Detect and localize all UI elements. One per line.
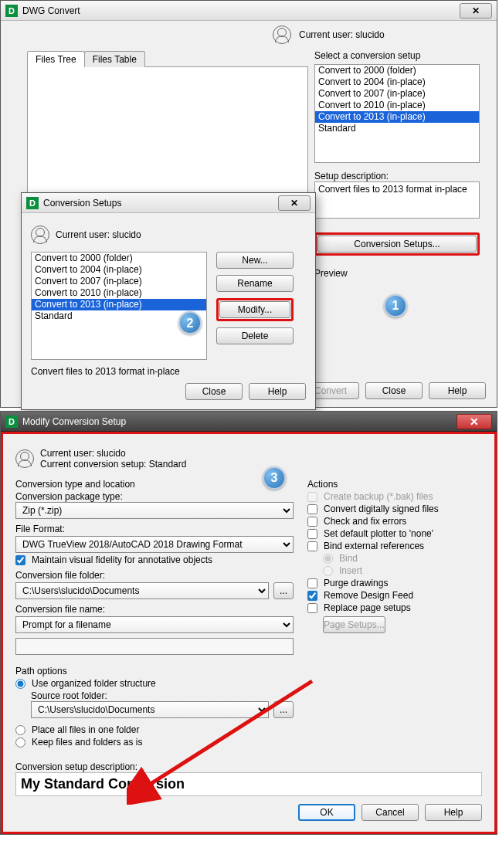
rename-button[interactable]: Rename — [216, 275, 294, 292]
browse-src-button[interactable]: ... — [273, 701, 294, 718]
conv-name-select[interactable]: Prompt for a filename — [15, 616, 294, 633]
tab-files-table[interactable]: Files Table — [84, 51, 145, 67]
purge-checkbox[interactable]: Purge drawings — [307, 578, 482, 588]
replace-ps-checkbox[interactable]: Replace page setups — [307, 602, 482, 613]
dwg-convert-titlebar: D DWG Convert ✕ — [1, 1, 497, 21]
place-one-radio[interactable]: Place all files in one folder — [15, 724, 294, 735]
create-backup-checkbox: Create backup (*.bak) files — [307, 491, 482, 502]
cancel-button[interactable]: Cancel — [362, 804, 419, 821]
close-window-button[interactable]: ✕ — [457, 414, 492, 429]
bind-ext-checkbox[interactable]: Bind external references — [307, 541, 482, 551]
app-icon: D — [26, 197, 39, 209]
list-item[interactable]: Convert to 2007 (in-place) — [315, 88, 479, 100]
use-organized-radio[interactable]: Use organized folder structure — [15, 678, 294, 689]
list-item[interactable]: Convert to 2007 (in-place) — [32, 276, 206, 287]
list-item[interactable]: Convert to 2004 (in-place) — [32, 264, 206, 276]
conv-folder-select[interactable]: C:\Users\slucido\Documents — [15, 582, 269, 599]
help-button[interactable]: Help — [425, 804, 482, 821]
actions-heading: Actions — [307, 479, 482, 490]
conversion-setup-listbox[interactable]: Convert to 2000 (folder) Convert to 2004… — [314, 64, 480, 163]
window-title: Conversion Setups — [43, 198, 278, 209]
app-icon: D — [5, 5, 18, 17]
list-item[interactable]: Convert to 2004 (in-place) — [315, 76, 479, 88]
delete-button[interactable]: Delete — [216, 327, 294, 344]
list-item[interactable]: Convert to 2000 (folder) — [315, 65, 479, 76]
ok-button[interactable]: OK — [298, 804, 355, 821]
callout-3: 3 — [263, 466, 286, 490]
callout-1: 1 — [384, 294, 407, 317]
callout-2: 2 — [178, 311, 202, 334]
window-title: DWG Convert — [22, 5, 460, 16]
list-item[interactable]: Standard — [315, 123, 479, 134]
file-format-label: File Format: — [15, 524, 294, 534]
help-button[interactable]: Help — [429, 382, 486, 399]
desc-input[interactable]: My Standard Conversion — [15, 772, 482, 796]
close-window-button[interactable]: ✕ — [460, 3, 492, 19]
type-location-heading: Conversion type and location — [15, 479, 294, 490]
bind-radio: Bind — [323, 553, 482, 564]
page-setups-button: Page Setups... — [323, 616, 385, 633]
preview-label: Preview — [314, 268, 480, 279]
modify-titlebar: D Modify Conversion Setup ✕ — [1, 412, 497, 432]
user-icon — [273, 25, 291, 44]
current-user-label: Current user: slucido — [56, 229, 141, 240]
convert-signed-checkbox[interactable]: Convert digitally signed files — [307, 504, 482, 514]
help-button[interactable]: Help — [249, 383, 306, 400]
conv-name-input[interactable] — [15, 638, 294, 655]
conv-name-label: Conversion file name: — [15, 604, 294, 615]
src-root-label: Source root folder: — [31, 690, 294, 701]
select-setup-label: Select a conversion setup — [314, 50, 480, 61]
setup-desc-label: Setup description: — [314, 171, 480, 181]
pkg-type-label: Conversion package type: — [15, 491, 294, 502]
user-icon — [15, 449, 34, 468]
tab-files-tree[interactable]: Files Tree — [27, 51, 85, 67]
remove-feed-checkbox[interactable]: Remove Design Feed — [307, 590, 482, 601]
setups-listbox[interactable]: Convert to 2000 (folder) Convert to 2004… — [31, 252, 207, 360]
keep-asis-radio[interactable]: Keep files and folders as is — [15, 737, 294, 748]
list-item-selected[interactable]: Convert to 2013 (in-place) — [32, 299, 206, 310]
current-setup-label: Current conversion setup: Standard — [40, 459, 186, 470]
set-plotter-checkbox[interactable]: Set default plotter to 'none' — [307, 528, 482, 539]
list-item[interactable]: Convert to 2010 (in-place) — [315, 100, 479, 111]
current-user-label: Current user: slucido — [299, 29, 385, 40]
list-item-selected[interactable]: Convert to 2013 (in-place) — [315, 111, 479, 123]
setup-desc-text: Convert files to 2013 format in-place — [314, 181, 480, 219]
close-window-button[interactable]: ✕ — [278, 195, 311, 211]
current-user-label: Current user: slucido — [40, 448, 186, 459]
new-button[interactable]: New... — [216, 252, 294, 269]
window-title: Modify Conversion Setup — [22, 416, 457, 427]
modify-button[interactable]: Modify... — [219, 301, 290, 318]
file-format-select[interactable]: DWG TrueView 2018/AutoCAD 2018 Drawing F… — [15, 536, 294, 553]
pkg-type-select[interactable]: Zip (*.zip) — [15, 502, 294, 519]
maintain-fidelity-checkbox[interactable]: Maintain visual fidelity for annotative … — [15, 554, 294, 565]
desc-label: Conversion setup description: — [15, 761, 482, 772]
conv-setups-titlebar: D Conversion Setups ✕ — [22, 193, 315, 213]
src-root-select[interactable]: C:\Users\slucido\Documents — [31, 701, 269, 718]
browse-folder-button[interactable]: ... — [273, 582, 294, 599]
user-icon — [31, 225, 49, 244]
check-fix-checkbox[interactable]: Check and fix errors — [307, 516, 482, 527]
conversion-setups-button[interactable]: Conversion Setups... — [317, 236, 477, 253]
close-button[interactable]: Close — [185, 383, 243, 400]
close-button[interactable]: Close — [365, 382, 423, 399]
path-options-heading: Path options — [15, 666, 294, 676]
setup-desc-text: Convert files to 2013 format in-place — [31, 366, 306, 377]
insert-radio: Insert — [323, 565, 482, 576]
list-item[interactable]: Convert to 2010 (in-place) — [32, 287, 206, 299]
conv-folder-label: Conversion file folder: — [15, 570, 294, 581]
list-item[interactable]: Convert to 2000 (folder) — [32, 253, 206, 264]
app-icon: D — [5, 415, 18, 428]
